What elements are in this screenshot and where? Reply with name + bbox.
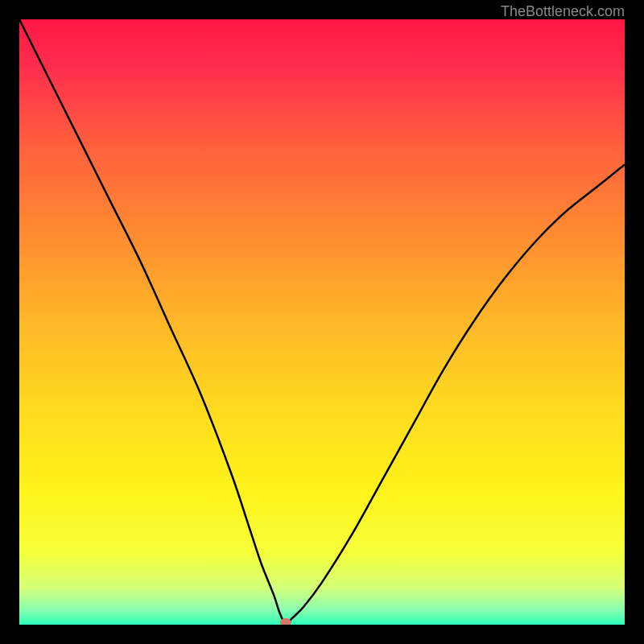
gradient-background xyxy=(19,19,625,625)
plot-area xyxy=(19,19,625,625)
chart-container: TheBottleneck.com xyxy=(0,0,644,644)
chart-svg xyxy=(19,19,625,625)
watermark-text: TheBottleneck.com xyxy=(501,3,625,20)
